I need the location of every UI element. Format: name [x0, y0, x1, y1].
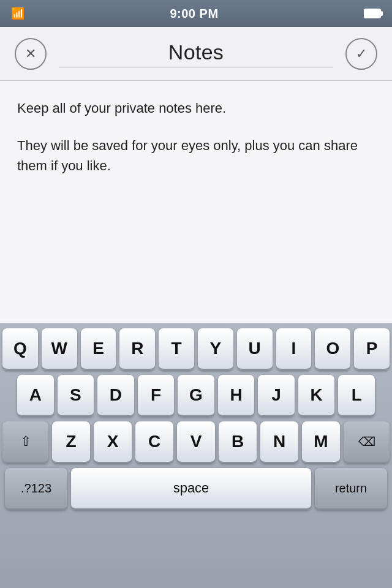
keyboard-row-1: Q W E R T Y U I O P: [2, 328, 390, 370]
key-j[interactable]: J: [258, 375, 295, 417]
keyboard-row-3: ⇧ Z X C V B N M ⌫: [2, 421, 390, 463]
numbers-button[interactable]: .?123: [5, 468, 67, 510]
wifi-icon: 📶: [11, 7, 24, 20]
key-z[interactable]: Z: [52, 421, 90, 463]
key-b[interactable]: B: [219, 421, 257, 463]
key-s[interactable]: S: [58, 375, 94, 417]
key-n[interactable]: N: [260, 421, 298, 463]
checkmark-icon: ✓: [356, 46, 367, 62]
key-d[interactable]: D: [97, 375, 134, 417]
key-r[interactable]: R: [119, 328, 155, 370]
keyboard-row-2: A S D F G H J K L: [2, 375, 390, 417]
shift-button[interactable]: ⇧: [2, 421, 48, 463]
key-w[interactable]: W: [42, 328, 77, 370]
key-e[interactable]: E: [81, 328, 116, 370]
header-title-area: Notes: [47, 40, 345, 67]
status-bar: 📶 9:00 PM: [0, 0, 392, 27]
delete-button[interactable]: ⌫: [344, 421, 390, 463]
key-v[interactable]: V: [177, 421, 215, 463]
key-c[interactable]: C: [135, 421, 173, 463]
return-button[interactable]: return: [315, 468, 387, 510]
key-u[interactable]: U: [237, 328, 273, 370]
content-area[interactable]: Keep all of your private notes here. The…: [0, 81, 392, 323]
confirm-button[interactable]: ✓: [345, 38, 377, 70]
battery-icon: [364, 9, 381, 18]
page-title: Notes: [168, 40, 224, 64]
key-i[interactable]: I: [276, 328, 312, 370]
key-p[interactable]: P: [354, 328, 390, 370]
key-y[interactable]: Y: [198, 328, 233, 370]
key-m[interactable]: M: [302, 421, 340, 463]
key-h[interactable]: H: [218, 375, 255, 417]
key-o[interactable]: O: [315, 328, 350, 370]
key-f[interactable]: F: [138, 375, 175, 417]
title-underline: [59, 67, 333, 67]
cancel-icon: ✕: [25, 46, 36, 62]
key-x[interactable]: X: [94, 421, 132, 463]
key-l[interactable]: L: [338, 375, 375, 417]
keyboard: Q W E R T Y U I O P A S D F G H J K L ⇧ …: [0, 323, 392, 588]
key-q[interactable]: Q: [2, 328, 38, 370]
status-time: 9:00 PM: [170, 7, 218, 21]
space-button[interactable]: space: [71, 468, 311, 510]
key-a[interactable]: A: [17, 375, 54, 417]
keyboard-row-bottom: .?123 space return: [2, 468, 390, 510]
content-paragraph-1: Keep all of your private notes here.: [17, 98, 375, 118]
header: ✕ Notes ✓: [0, 27, 392, 81]
key-k[interactable]: K: [298, 375, 335, 417]
content-paragraph-2: They will be saved for your eyes only, p…: [17, 135, 375, 176]
key-t[interactable]: T: [159, 328, 194, 370]
key-g[interactable]: G: [178, 375, 214, 417]
cancel-button[interactable]: ✕: [15, 38, 47, 70]
